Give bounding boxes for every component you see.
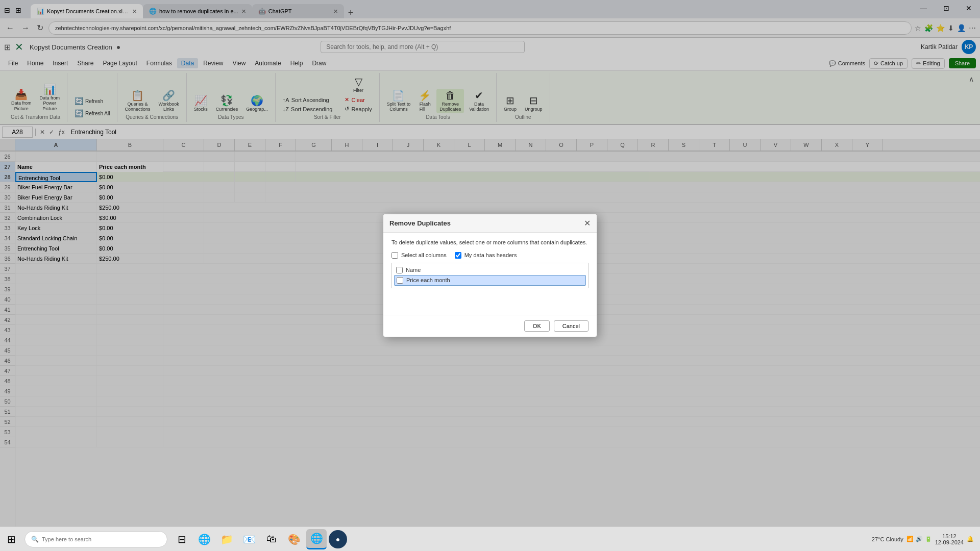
my-data-headers-row: My data has headers xyxy=(455,252,517,259)
dialog-options: Select all columns My data has headers xyxy=(391,252,589,259)
dialog-title: Remove Duplicates xyxy=(389,219,451,227)
col-name-checkbox[interactable] xyxy=(396,267,403,273)
weather-info: 27°C Cloudy xyxy=(872,536,903,542)
dialog-footer: OK Cancel xyxy=(383,315,597,337)
dialog-body: To delete duplicate values, select one o… xyxy=(383,233,597,314)
start-button[interactable]: ⊞ xyxy=(0,528,22,550)
dialog-overlay: Remove Duplicates ✕ To delete duplicate … xyxy=(0,0,980,551)
windows-icon: ⊞ xyxy=(7,533,16,545)
network-icon[interactable]: 📶 xyxy=(906,536,914,542)
col-price-label: Price each month xyxy=(406,277,450,283)
my-data-headers-checkbox[interactable] xyxy=(455,252,461,259)
taskbar-search-input[interactable] xyxy=(42,536,161,542)
taskbar-right: 27°C Cloudy 📶 🔊 🔋 15:12 12-09-2024 🔔 xyxy=(866,533,980,545)
my-data-headers-label: My data has headers xyxy=(464,252,517,258)
mail-icon[interactable]: 📧 xyxy=(239,529,259,549)
col-name-label: Name xyxy=(406,267,421,273)
col-price-checkbox[interactable] xyxy=(397,277,403,284)
dialog-columns-list: Name Price each month xyxy=(391,263,589,288)
taskbar-app-icons: ⊟ 🌐 📁 📧 🛍 🎨 🌐 ● xyxy=(172,529,347,549)
search-icon: 🔍 xyxy=(31,536,39,543)
focus-circle[interactable]: ● xyxy=(329,530,347,548)
dialog-ok-button[interactable]: OK xyxy=(524,320,550,332)
chrome-icon[interactable]: 🌐 xyxy=(306,529,327,549)
system-tray: 📶 🔊 🔋 xyxy=(906,536,932,542)
store-icon[interactable]: 🛍 xyxy=(261,529,282,549)
dialog-cancel-button[interactable]: Cancel xyxy=(554,320,589,332)
taskbar: ⊞ 🔍 ⊟ 🌐 📁 📧 🛍 🎨 🌐 ● 27°C Cloudy 📶 🔊 🔋 15… xyxy=(0,527,980,551)
dialog-col-name[interactable]: Name xyxy=(394,265,586,275)
task-view-icon[interactable]: ⊟ xyxy=(172,529,192,549)
dialog-description: To delete duplicate values, select one o… xyxy=(391,239,589,246)
taskbar-search-container: 🔍 xyxy=(24,531,167,547)
edge-icon[interactable]: 🌐 xyxy=(194,529,214,549)
remove-duplicates-dialog: Remove Duplicates ✕ To delete duplicate … xyxy=(383,214,597,337)
notification-icon[interactable]: 🔔 xyxy=(967,536,974,542)
battery-icon[interactable]: 🔋 xyxy=(925,536,932,542)
clock-date: 12-09-2024 xyxy=(935,539,964,545)
select-all-label: Select all columns xyxy=(401,252,447,258)
dialog-header: Remove Duplicates ✕ xyxy=(383,214,597,233)
dialog-col-price[interactable]: Price each month xyxy=(394,275,586,286)
taskbar-clock[interactable]: 15:12 12-09-2024 xyxy=(935,533,964,545)
dialog-spacer xyxy=(391,288,589,309)
volume-icon[interactable]: 🔊 xyxy=(916,536,923,542)
clock-time: 15:12 xyxy=(935,533,964,539)
select-all-checkbox[interactable] xyxy=(391,252,398,259)
select-all-row: Select all columns xyxy=(391,252,447,259)
file-explorer-icon[interactable]: 📁 xyxy=(216,529,237,549)
weather-text: 27°C Cloudy xyxy=(872,536,903,542)
photos-icon[interactable]: 🎨 xyxy=(284,529,304,549)
dialog-close-button[interactable]: ✕ xyxy=(584,218,591,228)
